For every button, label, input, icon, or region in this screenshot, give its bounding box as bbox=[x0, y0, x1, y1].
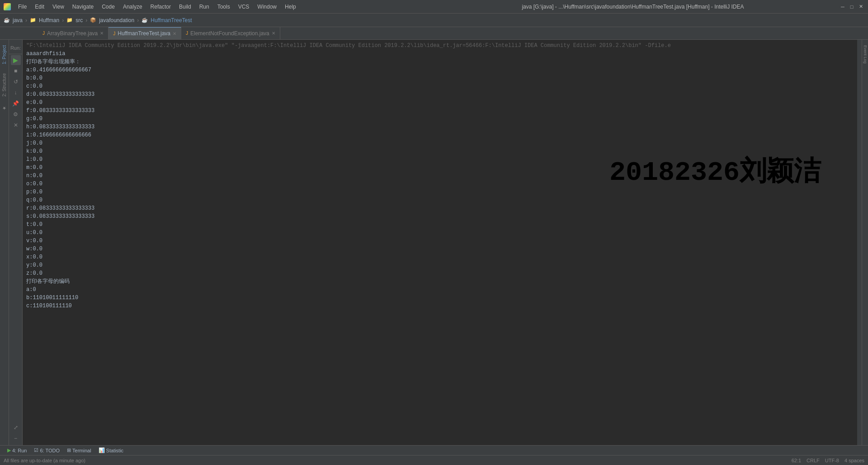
menu-view[interactable]: View bbox=[49, 3, 68, 11]
collapse-icon: − bbox=[14, 435, 17, 442]
cursor-position[interactable]: 62:1 bbox=[792, 458, 801, 463]
tab-huffmantreetest[interactable]: J HuffmanTreeTest.java ✕ bbox=[108, 27, 181, 39]
tab-close-3[interactable]: ✕ bbox=[272, 31, 275, 36]
nav-sep-4: › bbox=[137, 17, 139, 23]
run-rerun-button[interactable]: ↺ bbox=[11, 77, 21, 87]
close-panel-icon: ✕ bbox=[14, 122, 18, 128]
menu-tools[interactable]: Tools bbox=[214, 3, 234, 11]
menu-help[interactable]: Help bbox=[281, 3, 300, 11]
run-play-button[interactable]: ▶ bbox=[11, 55, 21, 65]
scroll-end-icon: ↓ bbox=[14, 89, 17, 96]
run-expand-button[interactable]: ⤢ bbox=[11, 423, 21, 432]
status-bar: All files are up-to-date (a minute ago) … bbox=[0, 455, 868, 465]
output-line: v:0.0 bbox=[26, 237, 854, 245]
run-collapse-button[interactable]: − bbox=[11, 433, 21, 443]
right-scrollbar[interactable] bbox=[857, 40, 862, 445]
tab-close-2[interactable]: ✕ bbox=[173, 31, 176, 36]
nav-src[interactable]: src bbox=[75, 17, 83, 23]
menu-vcs[interactable]: VCS bbox=[235, 3, 253, 11]
output-line: p:0.0 bbox=[26, 188, 854, 196]
output-area[interactable]: 20182326刘颖洁 "F:\IntelliJ IDEA Community … bbox=[23, 40, 857, 445]
nav-sep-1: › bbox=[25, 17, 27, 23]
encoding[interactable]: UTF-8 bbox=[825, 458, 839, 463]
bottom-tabs-bar: ▶ 4: Run ☑ 6: TODO ⊞ Terminal 📊 Statisti… bbox=[0, 445, 868, 455]
output-line: k:0.0 bbox=[26, 147, 854, 155]
output-line: w:0.0 bbox=[26, 245, 854, 253]
sidebar-item-favorites[interactable]: ★ bbox=[1, 102, 8, 114]
menu-refactor[interactable]: Refactor bbox=[147, 3, 175, 11]
menu-window[interactable]: Window bbox=[254, 3, 280, 11]
menu-edit[interactable]: Edit bbox=[31, 3, 48, 11]
tab-close-1[interactable]: ✕ bbox=[100, 31, 104, 36]
nav-java[interactable]: java bbox=[13, 17, 23, 23]
run-pin-button[interactable]: 📌 bbox=[11, 99, 21, 108]
run-stop-button[interactable]: ■ bbox=[11, 66, 21, 76]
stop-icon: ■ bbox=[14, 68, 17, 74]
title-bar: File Edit View Navigate Code Analyze Ref… bbox=[0, 0, 868, 14]
output-line: a:0 bbox=[26, 286, 854, 294]
output-line: c:110100111110 bbox=[26, 302, 854, 310]
minimize-button[interactable]: ─ bbox=[839, 3, 846, 10]
output-line: u:0.0 bbox=[26, 229, 854, 237]
run-close-button[interactable]: ✕ bbox=[11, 120, 21, 130]
sidebar-item-structure[interactable]: 2: Structure bbox=[1, 70, 8, 100]
maximize-button[interactable]: □ bbox=[848, 3, 855, 10]
menu-build[interactable]: Build bbox=[175, 3, 195, 11]
output-line: t:0.0 bbox=[26, 221, 854, 229]
settings-icon: ⚙ bbox=[13, 111, 18, 117]
line-ending[interactable]: CRLF bbox=[807, 458, 820, 463]
output-line: g:0.0 bbox=[26, 115, 854, 123]
menu-navigate[interactable]: Navigate bbox=[69, 3, 97, 11]
nav-huffman[interactable]: Huffman bbox=[39, 17, 59, 23]
main-area: 1: Project 2: Structure ★ Run: ▶ ■ ↺ ↓ 📌… bbox=[0, 40, 868, 445]
output-line: a:0.4166666666666667 bbox=[26, 66, 854, 74]
output-line: z:0.0 bbox=[26, 269, 854, 277]
indent[interactable]: 4 spaces bbox=[844, 458, 864, 463]
bottom-tab-terminal[interactable]: ⊞ Terminal bbox=[63, 446, 95, 455]
output-line: d:0.08333333333333333 bbox=[26, 90, 854, 99]
rerun-icon: ↺ bbox=[14, 79, 18, 85]
output-line: h:0.08333333333333333 bbox=[26, 123, 854, 131]
terminal-tab-label: Terminal bbox=[72, 448, 91, 453]
output-line: b:0.0 bbox=[26, 74, 854, 82]
tab-arraybinarytree[interactable]: J ArrayBinaryTree.java ✕ bbox=[38, 27, 108, 39]
close-button[interactable]: ✕ bbox=[857, 3, 864, 10]
output-line: b:11010011111110 bbox=[26, 294, 854, 302]
window-controls: ─ □ ✕ bbox=[839, 3, 864, 10]
output-line: o:0.0 bbox=[26, 180, 854, 188]
output-line: aaaardhfisia bbox=[26, 50, 854, 58]
menu-code[interactable]: Code bbox=[98, 3, 118, 11]
output-line: f:0.08333333333333333 bbox=[26, 107, 854, 115]
run-tab-label: 4: Run bbox=[12, 448, 27, 453]
app-logo bbox=[4, 3, 11, 10]
menu-analyze[interactable]: Analyze bbox=[119, 3, 146, 11]
run-settings-button[interactable]: ⚙ bbox=[11, 109, 21, 119]
nav-bar: ☕ java › 📁 Huffman › 📁 src › 📦 javafound… bbox=[0, 14, 868, 27]
tab-elementnotfoundexception[interactable]: J ElementNotFoundException.java ✕ bbox=[181, 27, 280, 39]
output-line: c:0.0 bbox=[26, 82, 854, 90]
output-line: j:0.0 bbox=[26, 139, 854, 147]
sidebar-item-project[interactable]: 1: Project bbox=[1, 42, 8, 68]
event-log-icon[interactable]: Event Log bbox=[863, 42, 868, 67]
menu-run[interactable]: Run bbox=[196, 3, 213, 11]
todo-tab-icon: ☑ bbox=[34, 447, 38, 453]
status-right-info: 62:1 CRLF UTF-8 4 spaces bbox=[792, 458, 864, 463]
bottom-tab-run[interactable]: ▶ 4: Run bbox=[4, 446, 30, 455]
bottom-tab-statistic[interactable]: 📊 Statistic bbox=[95, 446, 127, 455]
bottom-tab-todo[interactable]: ☑ 6: TODO bbox=[30, 446, 63, 455]
run-scroll-button[interactable]: ↓ bbox=[11, 88, 21, 98]
run-label: Run: bbox=[10, 45, 21, 51]
play-icon: ▶ bbox=[13, 56, 18, 64]
right-sidebar: Event Log bbox=[862, 40, 868, 445]
nav-huffmantreetest[interactable]: HuffmanTreeTest bbox=[151, 17, 192, 23]
statistic-tab-icon: 📊 bbox=[99, 447, 105, 453]
window-title: java [G:\java] - ...\Huffman\src\javafou… bbox=[427, 4, 839, 10]
nav-pkg-icon: 📦 bbox=[90, 17, 96, 23]
output-line: s:0.08333333333333333 bbox=[26, 212, 854, 221]
nav-javafoundation[interactable]: javafoundation bbox=[99, 17, 134, 23]
tabs-bar: J ArrayBinaryTree.java ✕ J HuffmanTreeTe… bbox=[0, 27, 868, 40]
java-icon: J bbox=[42, 31, 45, 36]
menu-file[interactable]: File bbox=[14, 3, 30, 11]
output-line: 打印各字母出现频率： bbox=[26, 58, 854, 66]
output-line: n:0.0 bbox=[26, 172, 854, 180]
